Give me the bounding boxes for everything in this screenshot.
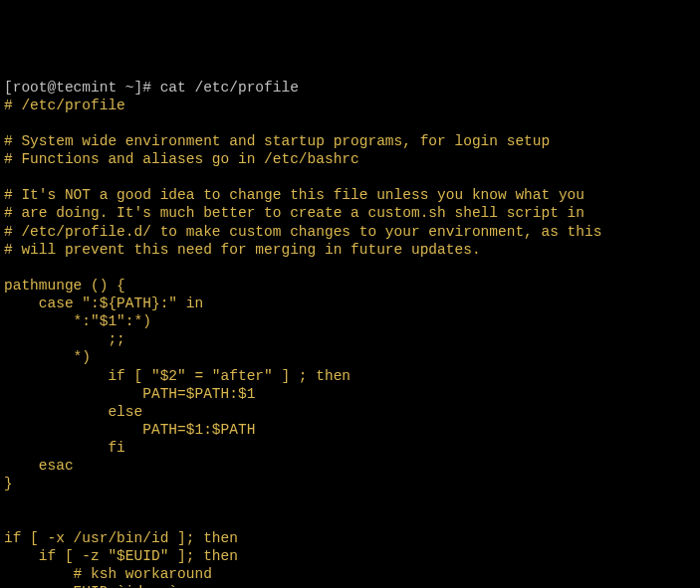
file-line: if [ -x /usr/bin/id ]; then [4,530,238,546]
prompt-open-bracket: [ [4,80,13,96]
prompt-path: ~ [117,80,133,96]
prompt-userhost: root@tecmint [13,80,117,96]
file-line: # are doing. It's much better to create … [4,205,584,221]
file-line: # /etc/profile [4,98,125,113]
terminal-output: [root@tecmint ~]# cat /etc/profile # /et… [4,79,696,589]
command-text: cat /etc/profile [151,80,299,96]
file-line: *) [4,349,91,365]
file-line: PATH=$PATH:$1 [4,386,255,402]
file-line: # ksh workaround [4,566,212,582]
file-line: ;; [4,331,125,347]
file-line: # Functions and aliases go in /etc/bashr… [4,151,359,167]
prompt-close-bracket: ]# [134,80,151,96]
file-line: # System wide environment and startup pr… [4,133,550,149]
file-line: EUID=`id -u` [4,584,177,588]
file-line: esac [4,458,74,474]
file-line: if [ "$2" = "after" ] ; then [4,368,350,384]
file-line: case ":${PATH}:" in [4,295,203,311]
file-line: else [4,404,142,420]
file-line: if [ -z "$EUID" ]; then [4,548,238,564]
file-line: *:"$1":*) [4,313,151,329]
file-line: # /etc/profile.d/ to make custom changes… [4,224,601,240]
file-line: # will prevent this need for merging in … [4,242,481,258]
file-line: PATH=$1:$PATH [4,422,255,438]
file-line: # It's NOT a good idea to change this fi… [4,187,584,203]
file-line: fi [4,440,125,456]
file-line: pathmunge () { [4,278,125,294]
file-line: } [4,476,13,491]
